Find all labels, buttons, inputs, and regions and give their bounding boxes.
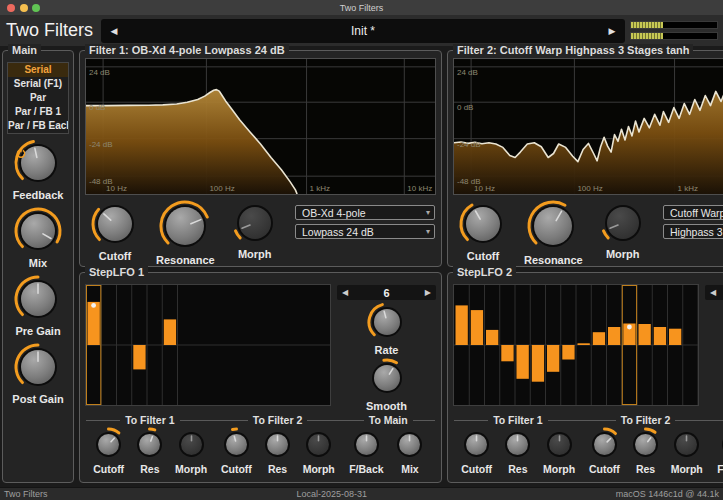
steplfo1-steps-stepper[interactable]: ◀ 6 ▶ (337, 285, 436, 300)
next-preset-button[interactable]: ▶ (599, 26, 625, 36)
steplfo2-to-main-section: To Main F/Back Mix (709, 414, 723, 475)
filter2-resonance-label: Resonance (524, 254, 583, 266)
lfo2-to-f2-res-knob[interactable]: Res (627, 426, 664, 475)
meter-right (630, 32, 718, 40)
lfo1-to-main-fback-knob[interactable]: F/Back (348, 426, 385, 475)
lfo2-to-f2-morph-knob[interactable]: Morph (668, 426, 705, 475)
filter1-panel: Filter 1: OB-Xd 4-pole Lowpass 24 dB 24 … (79, 50, 442, 267)
pre-gain-label: Pre Gain (15, 325, 60, 337)
lfo1-to-main-mix-knob[interactable]: Mix (391, 426, 428, 475)
steps-decrement-button[interactable]: ◀ (710, 288, 716, 297)
preset-name[interactable]: Init * (127, 24, 599, 38)
routing-option-serial[interactable]: Serial (8, 63, 68, 77)
minimize-button[interactable] (20, 4, 28, 12)
status-host-info: macOS 1446c1d @ 44.1k (616, 489, 719, 499)
filter1-response-graph: 24 dB0 dB-24 dB-48 dB10 Hz100 Hz1 kHz10 … (85, 58, 436, 195)
status-session-name: Local-2025-08-31 (48, 489, 616, 499)
post-gain-label: Post Gain (12, 393, 63, 405)
filter1-morph-knob[interactable]: Morph (231, 199, 279, 260)
filter2-morph-knob[interactable]: Morph (599, 199, 647, 260)
prev-preset-button[interactable]: ◀ (101, 26, 127, 36)
feedback-label: Feedback (13, 189, 64, 201)
steplfo2-panel-label: StepLFO 2 (453, 266, 516, 278)
steps-decrement-button[interactable]: ◀ (342, 288, 348, 297)
lfo1-to-f1-morph-knob[interactable]: Morph (173, 426, 210, 475)
post-gain-knob[interactable]: Post Gain (12, 342, 63, 405)
steplfo1-panel: StepLFO 1 ◀ 6 ▶ Rate Smooth (79, 272, 442, 483)
main-panel-label: Main (8, 44, 41, 56)
status-plugin-name: Two Filters (4, 489, 48, 499)
to-main-title: To Main (341, 414, 435, 426)
lfo2-to-f2-cutoff-knob[interactable]: Cutoff (586, 426, 623, 475)
routing-option-serial-f1[interactable]: Serial (F1) (8, 77, 68, 91)
steplfo1-step-display[interactable] (85, 284, 331, 406)
preset-selector[interactable]: ◀ Init * ▶ (101, 19, 625, 43)
steplfo2-steps-stepper[interactable]: ◀ 16 ▶ (705, 285, 723, 300)
lfo2-to-f1-morph-knob[interactable]: Morph (541, 426, 578, 475)
filter1-selects: OB-Xd 4-pole ▾ Lowpass 24 dB ▾ (295, 205, 435, 239)
steplfo1-rate-knob[interactable]: Rate (366, 301, 408, 356)
filter2-cutoff-label: Cutoff (467, 250, 499, 262)
lfo1-to-f2-res-knob[interactable]: Res (259, 426, 296, 475)
lfo1-to-f2-cutoff-knob[interactable]: Cutoff (218, 426, 255, 475)
lfo1-to-f1-res-knob[interactable]: Res (131, 426, 168, 475)
routing-option-par-fb-each[interactable]: Par / FB Each (8, 119, 68, 133)
lfo1-to-f2-morph-knob[interactable]: Morph (300, 426, 337, 475)
routing-option-par-fb-1[interactable]: Par / FB 1 (8, 105, 68, 119)
lfo2-to-f1-cutoff-knob[interactable]: Cutoff (458, 426, 495, 475)
main-content: Main Serial Serial (F1) Par Par / FB 1 P… (0, 46, 723, 487)
filter1-resonance-label: Resonance (156, 254, 215, 266)
filter2-resonance-knob[interactable]: Resonance (524, 199, 583, 266)
main-knobs: Feedback Mix Pre Gain Post Gain (3, 138, 73, 405)
filter2-panel-label: Filter 2: Cutoff Warp Highpass 3 Stages … (453, 44, 693, 56)
filter1-morph-label: Morph (238, 248, 272, 260)
steplfo1-steps-count: 6 (383, 287, 389, 299)
chevron-down-icon: ▾ (426, 227, 430, 236)
filter1-resonance-knob[interactable]: Resonance (156, 199, 215, 266)
output-level-meters (630, 21, 718, 40)
close-button[interactable] (7, 4, 15, 12)
steplfo1-to-filter1-section: To Filter 1 Cutoff Res Morph (86, 414, 214, 475)
filter2-cutoff-knob[interactable]: Cutoff (458, 199, 508, 262)
power-icon[interactable] (16, 144, 26, 162)
mix-knob[interactable]: Mix (13, 206, 63, 269)
pre-gain-knob[interactable]: Pre Gain (13, 274, 63, 337)
steplfo2-to-filter1-section: To Filter 1 Cutoff Res Morph (454, 414, 582, 475)
steps-increment-button[interactable]: ▶ (425, 288, 431, 297)
steplfo1-rate-label: Rate (375, 344, 399, 356)
filter2-type-select[interactable]: Highpass 3 Stages tanh ▾ (663, 224, 723, 239)
steplfo1-smooth-knob[interactable]: Smooth (366, 357, 408, 412)
lfo1-to-f1-cutoff-knob[interactable]: Cutoff (90, 426, 127, 475)
routing-option-par[interactable]: Par (8, 91, 68, 105)
filter2-selects: Cutoff Warp ▾ Highpass 3 Stages tanh ▾ (663, 205, 723, 239)
filter2-type-value: Highpass 3 Stages tanh (670, 226, 723, 238)
filter1-cutoff-knob[interactable]: Cutoff (90, 199, 140, 262)
filter2-morph-label: Morph (606, 248, 640, 260)
filter1-cutoff-label: Cutoff (99, 250, 131, 262)
to-filter1-title: To Filter 1 (454, 414, 582, 426)
steplfo1-main: ◀ 6 ▶ Rate Smooth (85, 284, 436, 412)
mix-label: Mix (29, 257, 47, 269)
steplfo2-step-display[interactable] (453, 284, 699, 406)
filter1-type-select[interactable]: Lowpass 24 dB ▾ (295, 224, 435, 239)
lfo2-to-f1-res-knob[interactable]: Res (499, 426, 536, 475)
filter2-model-select[interactable]: Cutoff Warp ▾ (663, 205, 723, 220)
macos-titlebar: Two Filters (0, 0, 723, 15)
meter-left (630, 21, 718, 29)
maximize-button[interactable] (32, 4, 40, 12)
lfo2-to-main-fback-knob[interactable]: F/Back (716, 426, 723, 475)
window-title: Two Filters (340, 3, 384, 13)
plugin-window: Two Filters Two Filters ◀ Init * ▶ Main … (0, 0, 723, 500)
to-filter1-title: To Filter 1 (86, 414, 214, 426)
meter-left-fill (631, 22, 663, 28)
status-bar: Two Filters Local-2025-08-31 macOS 1446c… (0, 487, 723, 500)
main-panel: Main Serial Serial (F1) Par Par / FB 1 P… (2, 50, 74, 483)
to-filter2-title: To Filter 2 (582, 414, 710, 426)
filter1-model-select[interactable]: OB-Xd 4-pole ▾ (295, 205, 435, 220)
steplfo1-to-filter2-section: To Filter 2 Cutoff Res Morph (214, 414, 342, 475)
steplfo1-to-main-section: To Main F/Back Mix (341, 414, 435, 475)
plugin-header: Two Filters ◀ Init * ▶ (0, 15, 723, 46)
feedback-knob[interactable]: Feedback (13, 138, 64, 201)
filter2-model-value: Cutoff Warp (670, 207, 723, 219)
filter2-response-graph: 24 dB0 dB-24 dB-48 dB10 Hz100 Hz1 kHz10 … (453, 58, 723, 195)
